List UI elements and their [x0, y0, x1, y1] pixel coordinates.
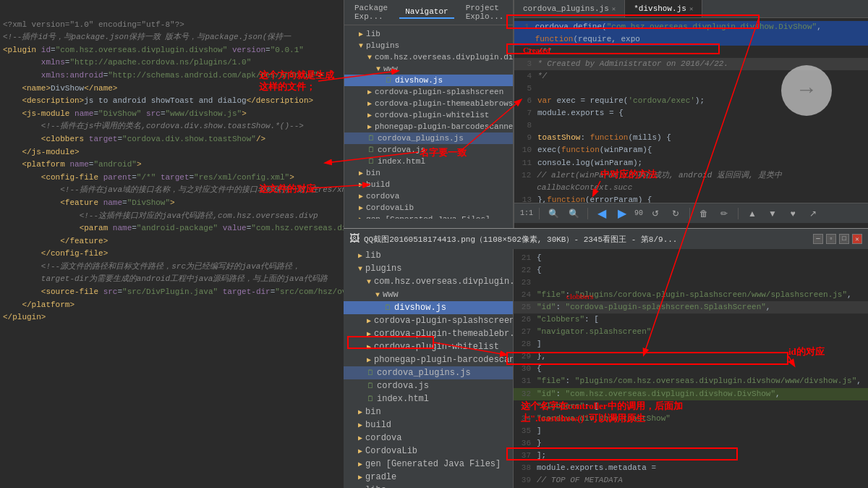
list-item[interactable]: ▶ gradle [344, 471, 513, 484]
list-item[interactable]: ▶ CordovaLib [344, 202, 513, 214]
viewer-header: 🖼 QQ截图20160518174413.png（1108×502像素, 30K… [344, 229, 868, 249]
tab-navigator[interactable]: Navigator [399, 6, 454, 19]
list-item[interactable]: ▶ gen [Generated Java Files] [344, 458, 513, 471]
list-item[interactable]: ▶ build [344, 179, 513, 190]
list-item[interactable]: ▶ cordova-plugin-whitelist [344, 109, 513, 121]
folder-icon: ▶ [367, 329, 371, 338]
list-item[interactable]: 🗒 index.html [344, 156, 513, 167]
minimize-button[interactable]: ─ [813, 234, 823, 244]
list-item[interactable]: 🗒 cordova.js [344, 144, 513, 156]
folder-icon: ▶ [358, 421, 362, 429]
code-line: 35 ] [514, 425, 868, 437]
html-file-icon: 🗒 [367, 157, 375, 166]
window-controls: ─ ▫ □ ✕ [813, 234, 862, 244]
folder-icon: ▶ [358, 408, 362, 416]
code-line: 29 }, [514, 350, 868, 363]
list-item-divshowjs[interactable]: 🗒 divshow.js [344, 301, 513, 314]
delete-button[interactable]: 🗑 [696, 206, 712, 221]
tab-project-explorer[interactable]: Project Explo... [460, 2, 510, 22]
edit-button[interactable]: ✏ [716, 206, 732, 221]
list-item[interactable]: 🗒 index.html [344, 392, 513, 405]
share-button[interactable]: ↗ [805, 206, 821, 221]
list-item-cordova-plugins-bottom[interactable]: 🗒 cordova_plugins.js [344, 366, 513, 379]
code-line: 24 "file": "plugins/cordova-plugin-splas… [514, 289, 868, 301]
rotate-left-button[interactable]: ↺ [647, 206, 663, 221]
folder-icon: ▼ [358, 265, 362, 273]
folder-icon: ▶ [367, 316, 371, 325]
list-item[interactable]: ▼ com.hsz.overseas.divplugin.divshow [344, 51, 513, 63]
maximize-button[interactable]: □ [839, 234, 849, 244]
toolbar-separator [689, 208, 690, 219]
folder-icon: ▼ [359, 42, 363, 50]
folder-icon: ▶ [358, 447, 362, 455]
list-item-divshowjs[interactable]: 🗒 divshow.js [344, 75, 513, 86]
editor-tab-bar: cordova_plugins.js ✕ *divshow.js ✕ [514, 0, 868, 18]
folder-icon: ▶ [367, 99, 372, 108]
code-line: 9 toastShow: function(mills) { [514, 132, 868, 144]
xml-code: <?xml version="1.0" encoding="utf-8"?> <… [0, 0, 344, 342]
prev-button[interactable]: ◀ [594, 206, 610, 221]
list-item[interactable]: ▼ plugins [344, 262, 513, 275]
next-button[interactable]: ▶ [614, 206, 630, 221]
code-line: 39 // TOP OF METADATA [514, 474, 868, 487]
list-item[interactable]: ▼ www [344, 63, 513, 75]
list-item[interactable]: ▶ cordova-plugin-splashscreen [344, 314, 513, 327]
tab-package-explorer[interactable]: Package Exp... [349, 2, 393, 22]
tab-close-icon[interactable]: ✕ [689, 5, 693, 13]
list-item[interactable]: ▶ cordova-plugin-themeablebrowser [344, 98, 513, 109]
list-item[interactable]: ▶ bin [344, 405, 513, 418]
html-file-icon: 🗒 [367, 395, 374, 403]
folder-icon: ▼ [376, 65, 380, 73]
list-item[interactable]: ▶ cordova-plugin-splashscreen [344, 86, 513, 98]
zoom-in-button[interactable]: 🔍 [545, 206, 561, 221]
list-item[interactable]: ▶ phonegap-plugin-barcodescanner [344, 121, 513, 132]
folder-icon: ▶ [358, 473, 362, 481]
code-line: 36 } [514, 437, 868, 450]
close-button[interactable]: ✕ [852, 234, 862, 244]
viewer-content: ▶ lib ▼ plugins ▼ com.hsz.overseas.divpl… [344, 249, 868, 488]
list-item[interactable]: ▶ gen [Generated Java Files] [344, 214, 513, 219]
code-line: 26 "clobbers": [ [514, 314, 868, 326]
tab-close-icon[interactable]: ✕ [612, 5, 616, 13]
folder-icon: ▶ [358, 434, 362, 442]
tab-cordova-plugins[interactable]: cordova_plugins.js ✕ [514, 0, 625, 17]
list-item[interactable]: ▼ www [344, 288, 513, 301]
list-item[interactable]: ▶ cordova [344, 432, 513, 445]
list-item[interactable]: ▶ build [344, 418, 513, 432]
list-item[interactable]: 🗒 cordova.js [344, 379, 513, 392]
folder-icon: ▶ [367, 88, 372, 96]
js-file-icon: 🗒 [367, 134, 375, 143]
image-viewer: 🖼 QQ截图20160518174413.png（1108×502像素, 30K… [344, 228, 868, 488]
list-item[interactable]: ▶ cordova [344, 190, 513, 202]
restore-button[interactable]: ▫ [826, 234, 836, 244]
down-button[interactable]: ▼ [765, 206, 780, 221]
folder-icon: ▶ [367, 342, 371, 351]
toolbar-separator [587, 208, 588, 219]
folder-icon: ▶ [367, 111, 372, 119]
code-line: 38 module.exports.metadata = [514, 462, 868, 474]
folder-icon: ▼ [367, 54, 372, 62]
folder-icon: ▶ [358, 460, 362, 468]
tab-divshow[interactable]: *divshow.js ✕ [625, 0, 702, 17]
list-item[interactable]: ▶ bin [344, 167, 513, 179]
file-explorer: Package Exp... Navigator Project Explo..… [344, 0, 514, 228]
list-item[interactable]: ▶ cordova-plugin-themeablebr... [344, 327, 513, 340]
list-item-cordova-plugins[interactable]: 🗒 cordova_plugins.js [344, 132, 513, 144]
list-item[interactable]: ▶ cordova-plugin-whitelist [344, 340, 513, 353]
toolbar-separator [738, 208, 739, 219]
file-tree: ▶ lib ▼ plugins ▼ com.hsz.overseas.divpl… [344, 25, 513, 219]
code-line: 37 ]; [514, 450, 868, 462]
heart-button[interactable]: ♥ [785, 206, 801, 221]
code-line: 11 console.log(winParam); [514, 157, 868, 169]
bottom-file-tree: ▶ lib ▼ plugins ▼ com.hsz.overseas.divpl… [344, 249, 514, 488]
list-item[interactable]: ▼ com.hsz.overseas.divplugin.divshow [344, 275, 513, 288]
list-item[interactable]: ▶ phonegap-plugin-barcodescanner [344, 353, 513, 366]
rotate-right-button[interactable]: ↻ [668, 206, 684, 221]
list-item[interactable]: ▶ libs [344, 484, 513, 488]
up-button[interactable]: ▲ [744, 206, 760, 221]
list-item[interactable]: ▶ lib [344, 28, 513, 40]
zoom-out-button[interactable]: 🔍 [566, 206, 582, 221]
list-item[interactable]: ▼ plugins [344, 40, 513, 51]
list-item[interactable]: ▶ lib [344, 249, 513, 262]
list-item[interactable]: ▶ CordovaLib [344, 445, 513, 458]
